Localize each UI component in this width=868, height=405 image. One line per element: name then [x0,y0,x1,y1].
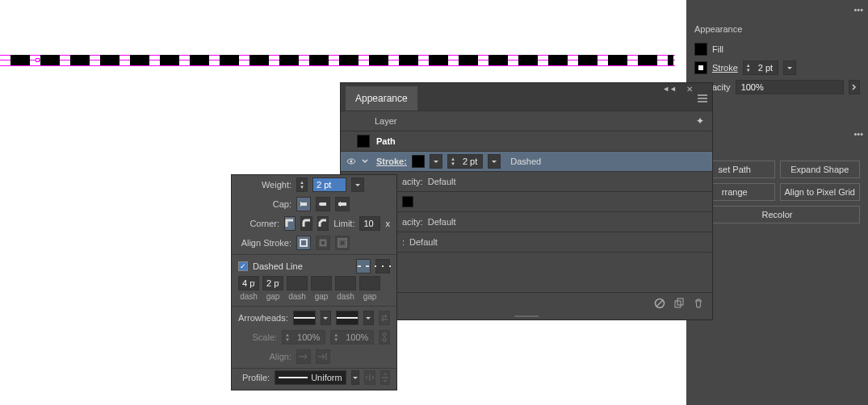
align-arrow-extend-button [296,349,311,364]
weight-stepper[interactable]: ▲▼ [296,177,308,192]
corner-round-button[interactable] [300,216,312,231]
dash-aligns-button[interactable] [375,259,390,273]
link-scale-button [379,330,390,344]
limit-label: Limit: [333,219,354,228]
align-stroke-inside-button [316,236,330,250]
layer-row-label[interactable]: Layer [375,116,397,126]
path-swatch[interactable] [357,135,370,148]
dash-gap-input-2[interactable] [287,276,308,290]
svg-point-0 [350,161,353,163]
no-selection-icon[interactable] [654,298,665,309]
panel-flyout-icon[interactable] [698,94,707,104]
expand-toggle-icon[interactable] [362,157,371,166]
recolor-button[interactable]: Recolor [694,206,860,223]
scale-end-stepper: ▲▼100% [330,330,374,344]
appearance-tab[interactable]: Appearance [346,86,417,111]
cap-round-button[interactable] [316,197,330,211]
svg-rect-8 [338,202,346,206]
dash-gap-label: gap [363,292,377,301]
scale-start-stepper: ▲▼100% [282,330,325,344]
corner-bevel-button[interactable] [317,216,329,231]
appearance-stroke-weight-dropdown[interactable] [488,154,501,169]
svg-rect-12 [321,240,325,245]
properties-panel: ••• Appearance Fill Stroke ▲▼ 2 pt acity… [686,0,868,405]
weight-dropdown[interactable] [351,177,364,192]
corner-label: Corner: [238,219,279,228]
dashed-line-checkbox[interactable]: ✓ [238,261,248,271]
align-arrow-tip-button [316,349,330,364]
appearance-heading: Appearance [686,0,868,40]
align-arrow-label: Align: [238,352,291,361]
svg-point-7 [319,202,322,206]
arrowhead-start-dd[interactable] [321,311,331,325]
align-stroke-label: Align Stroke: [238,238,291,248]
dash-gap-input-1[interactable] [262,276,283,290]
stroke-swatch[interactable] [694,61,707,74]
dash-gap-label: dash [337,292,354,301]
stroke-weight-stepper[interactable]: ▲▼ 2 pt [743,61,778,75]
svg-rect-10 [300,240,307,246]
stroke-row-label[interactable]: Stroke: [376,157,407,166]
dash-gap-input-4[interactable] [335,276,356,290]
visibility-toggle-icon[interactable] [346,157,357,166]
add-effect-icon[interactable]: ✦ [696,115,704,127]
align-pixel-grid-button[interactable]: Align to Pixel Grid [780,183,861,201]
anchor-point[interactable] [36,58,40,62]
dash-gap-input-3[interactable] [311,276,332,290]
dash-gap-label: gap [266,292,280,301]
cap-label: Cap: [238,199,291,209]
path-row-label: Path [376,136,396,146]
stroke-color-dropdown[interactable] [430,154,442,169]
svg-rect-5 [300,202,301,207]
fill-row-swatch[interactable] [402,196,413,207]
cap-butt-button[interactable] [296,197,311,211]
corner-miter-button[interactable] [284,216,296,231]
weight-label: Weight: [238,180,291,190]
stroke-weight-dropdown[interactable] [783,61,796,75]
stroke-dashed-note: Dashed [510,157,541,166]
limit-input[interactable] [359,216,380,231]
section-menu-icon[interactable]: ••• [853,129,863,139]
align-stroke-outside-button [335,236,350,250]
dash-preserves-button[interactable] [356,259,371,273]
arrowhead-end-dd[interactable] [363,311,374,325]
dash-gap-label: gap [315,292,329,301]
arrowhead-start-select[interactable] [293,311,316,325]
profile-dropdown[interactable] [351,370,359,385]
expand-shape-button[interactable]: Expand Shape [780,161,861,178]
flip-across-button [380,370,390,385]
arrowhead-end-select[interactable] [336,311,359,325]
cap-projecting-button[interactable] [335,197,350,211]
align-stroke-center-button[interactable] [296,236,311,250]
svg-rect-9 [340,202,341,207]
dash-gap-input-5[interactable] [359,276,380,290]
default-row-value[interactable]: Default [409,237,438,247]
profile-select[interactable]: Uniform [275,370,346,385]
close-icon[interactable]: ✕ [686,85,693,94]
dash-gap-label: dash [288,292,306,301]
panel-menu-icon[interactable]: ••• [853,5,863,15]
fill-swatch[interactable] [694,43,707,56]
stroke-options-panel: Weight: ▲▼ Cap: Corner: Limit: x Align S… [231,174,397,390]
dash-gap-input-0[interactable] [238,276,259,290]
opacity-row-value-2[interactable]: Default [428,217,456,227]
scale-label: Scale: [238,332,277,342]
dashed-line-label: Dashed Line [253,261,303,271]
stroke-label-link[interactable]: Stroke [712,63,738,73]
opacity-row-value[interactable]: Default [428,177,456,186]
dash-gap-label: dash [240,292,258,301]
dashed-path-object[interactable] [0,50,675,71]
appearance-stroke-weight-stepper[interactable]: ▲▼ 2 pt [447,154,483,169]
duplicate-icon[interactable] [673,298,685,309]
fill-label: Fill [712,44,723,54]
trash-icon[interactable] [693,298,704,309]
opacity-more-button[interactable] [849,80,860,94]
svg-rect-4 [300,202,307,206]
flip-along-button [364,370,375,385]
stroke-color-swatch[interactable] [412,155,425,168]
profile-label: Profile: [238,373,270,382]
opacity-field[interactable]: 100% [736,80,844,94]
arrowheads-label: Arrowheads: [238,313,288,323]
opacity-label-clipped: acity [712,82,731,92]
weight-input[interactable] [312,177,346,192]
